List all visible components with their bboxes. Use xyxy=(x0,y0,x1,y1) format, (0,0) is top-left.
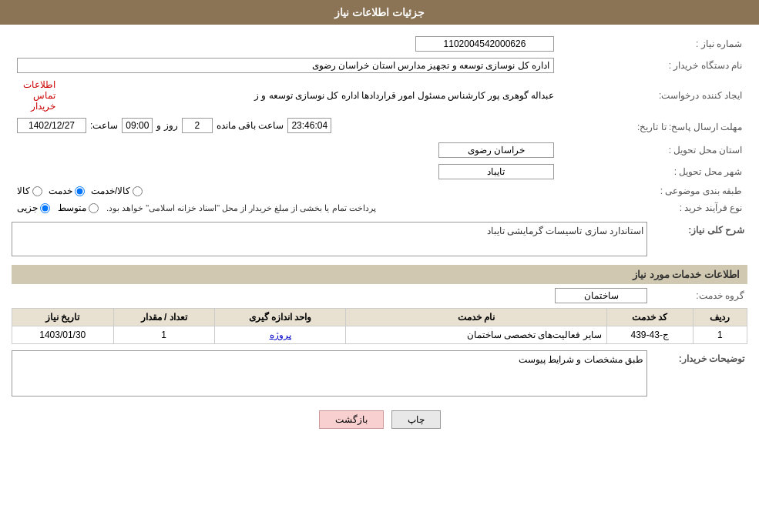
shenare-box: 1102004542000626 xyxy=(415,36,554,52)
nov-farayand-jozi-radio[interactable] xyxy=(40,203,50,213)
tabaqeh-label: طبقه بندی موضوعی : xyxy=(559,183,746,199)
cell-tedad: 1 xyxy=(113,326,214,344)
tabaqeh-kala-khedmat-radio[interactable] xyxy=(133,186,143,196)
nov-farayand-jozi-label: جزیی xyxy=(17,202,38,213)
mohlat-date-box: 1402/12/27 xyxy=(17,118,86,133)
page-wrapper: جزئیات اطلاعات نیاز شماره نیاز : 1102004… xyxy=(0,0,759,532)
mohlat-remaining-label: ساعت باقی مانده xyxy=(217,120,284,131)
mohlat-time-label: ساعت: xyxy=(90,120,118,131)
cell-kod: ج-43-439 xyxy=(606,326,693,344)
cell-name: سایر فعالیت‌های تخصصی ساختمان xyxy=(346,326,606,344)
shahr-value: تایباد xyxy=(13,162,558,182)
mohlat-time-box: 09:00 xyxy=(122,118,153,133)
row-shenare: شماره نیاز : 1102004542000626 xyxy=(13,34,746,54)
shenare-label: شماره نیاز : xyxy=(559,34,746,54)
ostan-label: استان محل تحویل : xyxy=(559,140,746,160)
main-info-table: شماره نیاز : 1102004542000626 نام دستگاه… xyxy=(12,32,747,217)
nov-farayand-note: پرداخت تمام یا بخشی از مبلغ خریدار از مح… xyxy=(106,203,376,213)
cell-tarikh: 1403/01/30 xyxy=(12,326,114,344)
tabaqeh-kala-label: کالا xyxy=(17,186,30,196)
col-tedad: تعداد / مقدار xyxy=(113,309,214,326)
services-table-body: 1 ج-43-439 سایر فعالیت‌های تخصصی ساختمان… xyxy=(12,326,747,344)
buttons-row: چاپ بازگشت xyxy=(12,410,747,429)
desc-row: توضیحات خریدار: xyxy=(12,350,747,399)
mohlat-label: مهلت ارسال پاسخ: تا تاریخ: xyxy=(559,115,746,139)
desc-value-area xyxy=(12,350,647,399)
nov-farayand-motvaset-option[interactable]: متوسط xyxy=(58,202,99,213)
ijad-text: عبداله گوهری پور کارشناس مسئول امور قرار… xyxy=(254,90,554,101)
mohlat-remaining-box: 23:46:04 xyxy=(287,118,331,133)
tabaqeh-kala-radio[interactable] xyxy=(32,186,42,196)
cell-radif: 1 xyxy=(693,326,747,344)
row-nov-farayand: نوع فرآیند خرید : پرداخت تمام یا بخشی از… xyxy=(13,200,746,216)
col-radif: ردیف xyxy=(693,309,747,326)
nov-farayand-jozi-option[interactable]: جزیی xyxy=(17,202,50,213)
tabaqeh-khedmat-option[interactable]: خدمت xyxy=(49,186,85,196)
sharh-row: شرح کلی نیاز: xyxy=(12,222,747,259)
ijad-value: عبداله گوهری پور کارشناس مسئول امور قرار… xyxy=(61,77,558,114)
mohlat-day-label: روز و xyxy=(156,120,177,131)
row-tabaqeh: طبقه بندی موضوعی : کالا/خدمت خدمت xyxy=(13,183,746,199)
tabaqeh-value: کالا/خدمت خدمت کالا xyxy=(13,183,558,199)
darkhast-box: اداره کل نوسازی توسعه و تجهیز مدارس استا… xyxy=(17,58,554,73)
col-kod: کد خدمت xyxy=(606,309,693,326)
desc-textarea[interactable] xyxy=(12,350,647,396)
row-ijad: ایجاد کننده درخواست: عبداله گوهری پور کا… xyxy=(13,77,746,114)
tabaqeh-khedmat-label: خدمت xyxy=(49,186,72,196)
grooh-box: ساختمان xyxy=(555,288,647,303)
services-table-head: ردیف کد خدمت نام خدمت واحد اندازه گیری ت… xyxy=(12,309,747,326)
shahr-box: تایباد xyxy=(438,164,554,179)
row-ostan: استان محل تحویل : خراسان رضوی xyxy=(13,140,746,160)
tabaqeh-kala-option[interactable]: کالا xyxy=(17,186,42,196)
cell-vahed: پروژه xyxy=(214,326,345,344)
ostan-value: خراسان رضوی xyxy=(13,140,558,160)
tabaqeh-kala-khedmat-option[interactable]: کالا/خدمت xyxy=(91,186,143,196)
ijad-label: ایجاد کننده درخواست: xyxy=(559,77,746,114)
row-shahr: شهر محل تحویل : تایباد xyxy=(13,162,746,182)
print-button[interactable]: چاپ xyxy=(391,410,441,429)
page-title: جزئیات اطلاعات نیاز xyxy=(334,6,425,18)
services-table: ردیف کد خدمت نام خدمت واحد اندازه گیری ت… xyxy=(12,308,747,344)
grooh-row: گروه خدمت: ساختمان xyxy=(12,288,747,303)
grooh-label: گروه خدمت: xyxy=(647,290,747,301)
sharh-textarea[interactable] xyxy=(12,222,647,256)
tabaqeh-khedmat-radio[interactable] xyxy=(75,186,85,196)
services-header-row: ردیف کد خدمت نام خدمت واحد اندازه گیری ت… xyxy=(12,309,747,326)
vahed-link[interactable]: پروژه xyxy=(270,330,291,340)
mohlat-days-box: 2 xyxy=(182,118,213,133)
content-area: شماره نیاز : 1102004542000626 نام دستگاه… xyxy=(0,25,759,444)
row-mohlat: مهلت ارسال پاسخ: تا تاریخ: 23:46:04 ساعت… xyxy=(13,115,746,139)
contact-cell: اطلاعات تماس خریدار xyxy=(13,77,59,114)
back-button[interactable]: بازگشت xyxy=(319,410,384,429)
sharh-label: شرح کلی نیاز: xyxy=(647,222,747,236)
sharh-value-area xyxy=(12,222,647,259)
row-darkhast: نام دستگاه خریدار : اداره کل نوسازی توسع… xyxy=(13,55,746,75)
nov-farayand-motvaset-label: متوسط xyxy=(58,202,86,213)
desc-label: توضیحات خریدار: xyxy=(647,350,747,364)
nov-farayand-motvaset-radio[interactable] xyxy=(89,203,99,213)
col-tarikh: تاریخ نیاز xyxy=(12,309,114,326)
table-row: 1 ج-43-439 سایر فعالیت‌های تخصصی ساختمان… xyxy=(12,326,747,344)
shenare-value: 1102004542000626 xyxy=(109,34,558,54)
mohlat-value: 23:46:04 ساعت باقی مانده 2 روز و 09:00 س… xyxy=(13,115,558,139)
col-name: نام خدمت xyxy=(346,309,606,326)
services-section-title: اطلاعات خدمات مورد نیاز xyxy=(12,265,747,284)
ostan-box: خراسان رضوی xyxy=(438,142,554,158)
col-vahed: واحد اندازه گیری xyxy=(214,309,345,326)
page-header: جزئیات اطلاعات نیاز xyxy=(0,0,759,25)
tabaqeh-kala-khedmat-label: کالا/خدمت xyxy=(91,186,130,196)
nov-farayand-value: پرداخت تمام یا بخشی از مبلغ خریدار از مح… xyxy=(13,200,558,216)
contact-link[interactable]: اطلاعات تماس خریدار xyxy=(23,79,55,112)
shahr-label: شهر محل تحویل : xyxy=(559,162,746,182)
darkhast-label: نام دستگاه خریدار : xyxy=(559,55,746,75)
grooh-value: ساختمان xyxy=(555,288,647,303)
darkhast-value: اداره کل نوسازی توسعه و تجهیز مدارس استا… xyxy=(13,55,558,75)
nov-farayand-label: نوع فرآیند خرید : xyxy=(559,200,746,216)
